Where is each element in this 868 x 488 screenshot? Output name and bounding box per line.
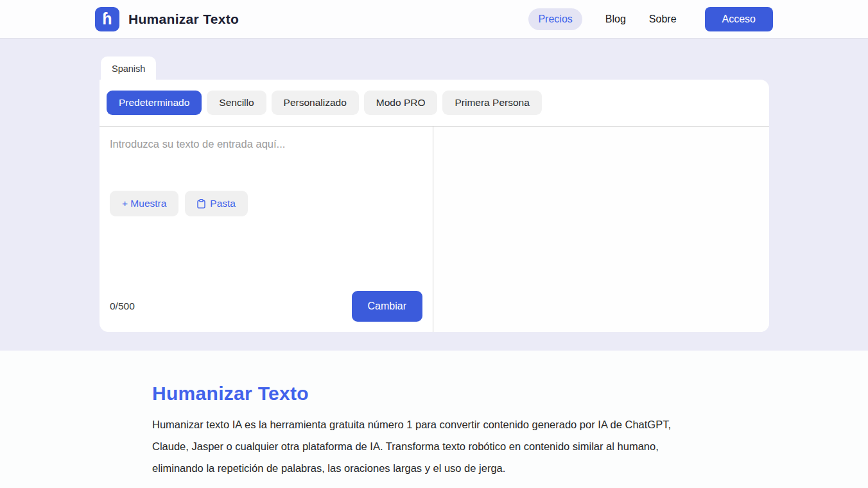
- brand[interactable]: ɦ Humanizar Texto: [95, 7, 239, 31]
- humanizer-card: Predeterminado Sencillo Personalizado Mo…: [100, 80, 769, 332]
- paste-button-label: Pasta: [210, 198, 236, 209]
- editor-panels: + Muestra Pasta 0/500 Cambiar: [100, 126, 769, 332]
- submit-button[interactable]: Cambiar: [352, 291, 422, 322]
- mode-button-primera-persona[interactable]: Primera Persona: [442, 91, 541, 115]
- top-navbar: ɦ Humanizar Texto Precios Blog Sobre Acc…: [0, 0, 868, 39]
- language-tab-spanish[interactable]: Spanish: [101, 57, 156, 80]
- input-panel: + Muestra Pasta 0/500 Cambiar: [100, 126, 433, 332]
- about-section: Humanizar Texto Humanizar texto IA es la…: [0, 351, 868, 488]
- mode-selector-row: Predeterminado Sencillo Personalizado Mo…: [100, 80, 769, 126]
- humanizar-logo-icon: ɦ: [95, 7, 119, 31]
- output-panel: [433, 126, 769, 332]
- main-nav: Precios Blog Sobre Acceso: [528, 7, 773, 31]
- input-textarea[interactable]: [100, 126, 433, 180]
- mode-button-predeterminado[interactable]: Predeterminado: [107, 91, 202, 115]
- quick-actions-row: + Muestra Pasta: [100, 191, 433, 216]
- clipboard-icon: [197, 199, 205, 209]
- sample-button[interactable]: + Muestra: [110, 191, 178, 216]
- nav-item-blog[interactable]: Blog: [605, 13, 626, 25]
- char-counter: 0/500: [110, 301, 135, 312]
- mode-button-modo-pro[interactable]: Modo PRO: [364, 91, 438, 115]
- input-bottom-bar: 0/500 Cambiar: [100, 291, 433, 332]
- humanizer-tool-section: Spanish Predeterminado Sencillo Personal…: [0, 39, 868, 351]
- logo-glyph: ɦ: [102, 10, 112, 28]
- nav-item-precios[interactable]: Precios: [528, 8, 582, 30]
- paste-button[interactable]: Pasta: [185, 191, 248, 216]
- nav-item-sobre[interactable]: Sobre: [649, 13, 677, 25]
- about-description: Humanizar texto IA es la herramienta gra…: [152, 414, 685, 479]
- about-title: Humanizar Texto: [152, 383, 868, 405]
- brand-title: Humanizar Texto: [128, 12, 239, 27]
- mode-button-sencillo[interactable]: Sencillo: [207, 91, 266, 115]
- mode-button-personalizado[interactable]: Personalizado: [272, 91, 359, 115]
- login-button[interactable]: Acceso: [705, 7, 773, 31]
